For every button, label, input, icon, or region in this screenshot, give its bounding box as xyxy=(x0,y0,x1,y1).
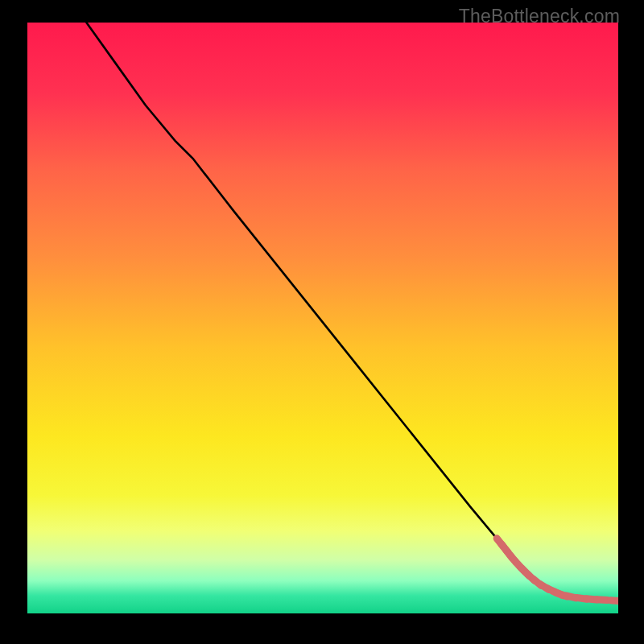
gradient-background xyxy=(27,23,618,613)
chart-container: TheBottleneck.com xyxy=(0,0,644,644)
tail-point xyxy=(597,600,608,601)
chart-svg xyxy=(27,23,618,613)
plot-area xyxy=(27,23,618,613)
